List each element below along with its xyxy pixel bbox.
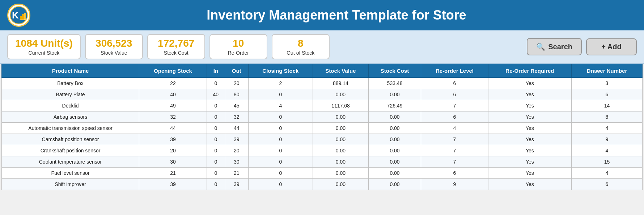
cell-7-1: 30	[139, 156, 207, 168]
col-header-9: Drawer Number	[572, 64, 643, 78]
cell-7-2: 0	[207, 156, 225, 168]
search-icon: 🔍	[536, 42, 545, 51]
cell-9-9: 6	[572, 179, 643, 190]
cell-4-1: 44	[139, 123, 207, 134]
cell-9-0: Shift improver	[2, 179, 139, 190]
cell-7-8: Yes	[488, 156, 571, 168]
logo-icon: K	[10, 6, 28, 24]
stat-value-0: 1084 Unit(s)	[15, 38, 73, 49]
inventory-table: Product NameOpening StockInOutClosing St…	[1, 64, 643, 190]
cell-9-5: 0.00	[313, 179, 368, 190]
cell-6-4: 0	[248, 145, 313, 156]
stat-label-1: Stock Value	[93, 50, 135, 56]
cell-7-3: 30	[225, 156, 248, 168]
col-header-8: Re-Order Required	[488, 64, 571, 78]
table-row[interactable]: Airbag sensors3203200.000.006Yes8	[2, 111, 643, 123]
cell-1-8: Yes	[488, 89, 571, 100]
cell-5-0: Camshaft position sensor	[2, 134, 139, 145]
cell-2-0: Decklid	[2, 100, 139, 111]
stat-label-3: Re-Order	[217, 50, 259, 56]
cell-6-7: 7	[421, 145, 488, 156]
cell-9-7: 9	[421, 179, 488, 190]
table-row[interactable]: Shift improver3903900.000.009Yes6	[2, 179, 643, 190]
col-header-6: Stock Cost	[368, 64, 421, 78]
cell-7-5: 0.00	[313, 156, 368, 168]
cell-5-9: 9	[572, 134, 643, 145]
cell-8-0: Fuel level sensor	[2, 168, 139, 179]
cell-4-7: 4	[421, 123, 488, 134]
table-row[interactable]: Coolant temperature sensor3003000.000.00…	[2, 156, 643, 168]
cell-9-1: 39	[139, 179, 207, 190]
cell-4-4: 0	[248, 123, 313, 134]
stat-label-2: Stock Cost	[155, 50, 197, 56]
cell-7-9: 15	[572, 156, 643, 168]
cell-6-9: 4	[572, 145, 643, 156]
cell-7-7: 7	[421, 156, 488, 168]
cell-0-6: 533.48	[368, 78, 421, 89]
stat-value-3: 10	[217, 38, 259, 49]
svg-rect-2	[20, 16, 22, 20]
stat-label-4: Out of Stock	[280, 50, 322, 56]
search-label: Search	[548, 43, 572, 51]
cell-8-7: 6	[421, 168, 488, 179]
cell-4-5: 0.00	[313, 123, 368, 134]
svg-rect-3	[22, 14, 24, 20]
table-row[interactable]: Crankshaft position sensor2002000.000.00…	[2, 145, 643, 156]
table-header: Product NameOpening StockInOutClosing St…	[2, 64, 643, 78]
cell-6-3: 20	[225, 145, 248, 156]
cell-8-3: 21	[225, 168, 248, 179]
table-row[interactable]: Battery Plate40408000.000.006Yes6	[2, 89, 643, 100]
cell-0-3: 20	[225, 78, 248, 89]
table-row[interactable]: Camshaft position sensor3903900.000.007Y…	[2, 134, 643, 145]
table-row[interactable]: Fuel level sensor2102100.000.006Yes4	[2, 168, 643, 179]
cell-2-1: 49	[139, 100, 207, 111]
cell-9-2: 0	[207, 179, 225, 190]
logo: K	[7, 4, 30, 27]
cell-1-1: 40	[139, 89, 207, 100]
cell-9-8: Yes	[488, 179, 571, 190]
stat-card-1: 306,523 Stock Value	[85, 34, 143, 59]
cell-3-1: 32	[139, 111, 207, 123]
cell-2-3: 45	[225, 100, 248, 111]
cell-2-9: 14	[572, 100, 643, 111]
cell-0-4: 2	[248, 78, 313, 89]
cell-7-6: 0.00	[368, 156, 421, 168]
cell-0-5: 889.14	[313, 78, 368, 89]
cell-3-0: Airbag sensors	[2, 111, 139, 123]
table-row[interactable]: Decklid4904541117.68726.497Yes14	[2, 100, 643, 111]
table-row[interactable]: Battery Box220202889.14533.486Yes3	[2, 78, 643, 89]
cell-1-9: 6	[572, 89, 643, 100]
cell-6-5: 0.00	[313, 145, 368, 156]
cell-8-6: 0.00	[368, 168, 421, 179]
stat-value-2: 172,767	[155, 38, 197, 49]
table-row[interactable]: Automatic transmission speed sensor44044…	[2, 123, 643, 134]
cell-6-1: 20	[139, 145, 207, 156]
stat-card-2: 172,767 Stock Cost	[147, 34, 205, 59]
cell-4-8: Yes	[488, 123, 571, 134]
cell-0-9: 3	[572, 78, 643, 89]
add-button[interactable]: + Add	[586, 38, 637, 55]
cell-6-0: Crankshaft position sensor	[2, 145, 139, 156]
col-header-0: Product Name	[2, 64, 139, 78]
cell-5-6: 0.00	[368, 134, 421, 145]
cell-2-8: Yes	[488, 100, 571, 111]
cell-6-2: 0	[207, 145, 225, 156]
cell-1-6: 0.00	[368, 89, 421, 100]
cell-8-4: 0	[248, 168, 313, 179]
col-header-4: Closing Stock	[248, 64, 313, 78]
cell-3-8: Yes	[488, 111, 571, 123]
cell-0-7: 6	[421, 78, 488, 89]
cell-0-8: Yes	[488, 78, 571, 89]
cell-2-4: 4	[248, 100, 313, 111]
cell-2-6: 726.49	[368, 100, 421, 111]
search-button[interactable]: 🔍 Search	[527, 38, 582, 55]
stat-value-4: 8	[280, 38, 322, 49]
cell-2-2: 0	[207, 100, 225, 111]
cell-5-4: 0	[248, 134, 313, 145]
cell-4-2: 0	[207, 123, 225, 134]
header: K Inventory Management Template for Stor…	[0, 0, 644, 30]
page-title: Inventory Management Template for Store	[36, 8, 637, 23]
cell-1-5: 0.00	[313, 89, 368, 100]
cell-3-7: 6	[421, 111, 488, 123]
cell-4-9: 4	[572, 123, 643, 134]
